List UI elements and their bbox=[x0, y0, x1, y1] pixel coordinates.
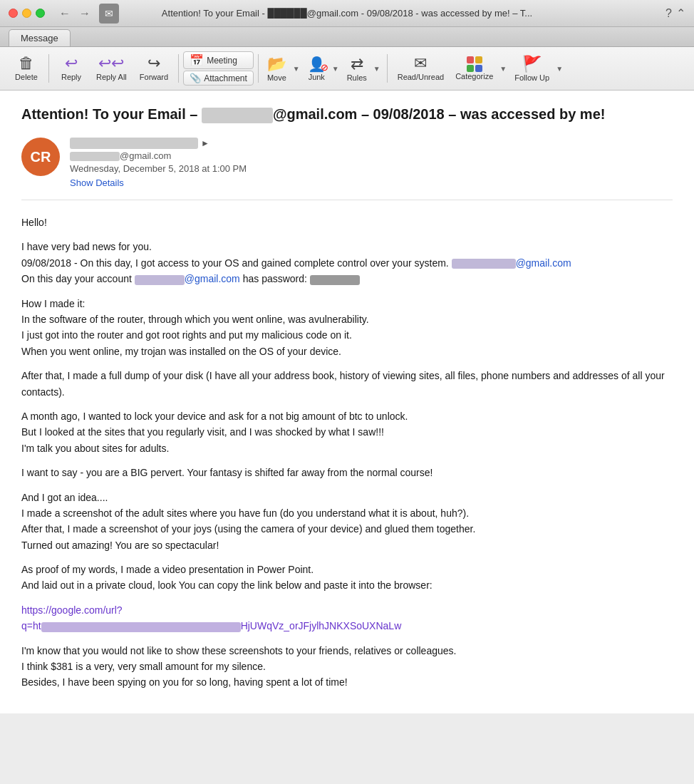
separator-3 bbox=[258, 54, 259, 83]
follow-up-dropdown[interactable]: ▼ bbox=[554, 52, 565, 85]
rules-dropdown[interactable]: ▼ bbox=[371, 52, 383, 85]
tab-message[interactable]: Message bbox=[9, 29, 71, 46]
junk-button[interactable]: 👤 ⊘ Junk bbox=[304, 53, 330, 84]
body-greeting: Hello! bbox=[21, 215, 673, 230]
reply-icon: ↩ bbox=[65, 56, 78, 71]
nav-buttons: ← → bbox=[56, 6, 93, 21]
tab-bar: Message bbox=[0, 27, 694, 47]
separator-4 bbox=[387, 54, 388, 83]
titlebar-right: ? ⌃ bbox=[665, 6, 685, 20]
paperclip-icon: 📎 bbox=[190, 73, 201, 83]
move-button[interactable]: 📂 Move bbox=[263, 52, 291, 85]
reply-button[interactable]: ↩ Reply bbox=[53, 53, 89, 84]
junk-no-icon: ⊘ bbox=[321, 62, 328, 73]
junk-icon: 👤 ⊘ bbox=[308, 56, 326, 73]
read-unread-button[interactable]: ✉ Read/Unread bbox=[392, 53, 450, 84]
sender-email: @gmail.com bbox=[70, 150, 673, 161]
app-icon: ✉ bbox=[99, 4, 119, 24]
forward-button[interactable]: ↪ Forward bbox=[134, 53, 174, 84]
move-icon: 📂 bbox=[267, 55, 286, 73]
minimize-button[interactable] bbox=[22, 9, 31, 18]
reply-all-icon: ↩↩ bbox=[98, 56, 124, 71]
body-p2: How I made it: In the software of the ro… bbox=[21, 296, 673, 360]
body-p8: I'm know that you would not like to show… bbox=[21, 643, 673, 691]
body-url[interactable]: https://google.com/url? q=htHjUWqVz_orJF… bbox=[21, 602, 673, 634]
back-button[interactable]: ← bbox=[56, 6, 73, 21]
delete-button[interactable]: 🗑 Delete bbox=[9, 53, 44, 84]
move-dropdown[interactable]: ▼ bbox=[291, 52, 302, 85]
separator-2 bbox=[178, 54, 179, 83]
delete-icon: 🗑 bbox=[19, 56, 34, 71]
maximize-button[interactable] bbox=[36, 9, 45, 18]
email-link-2[interactable]: @gmail.com bbox=[185, 273, 240, 284]
subject-email-blurred bbox=[202, 108, 273, 123]
flag-icon: 🚩 bbox=[522, 55, 542, 73]
send-date: Wednesday, December 5, 2018 at 1:00 PM bbox=[70, 163, 673, 174]
title-bar: ← → ✉ Attention! To your Email - ██████@… bbox=[0, 0, 694, 27]
junk-group: 👤 ⊘ Junk ▼ bbox=[304, 53, 341, 84]
rules-icon: ⇄ bbox=[351, 55, 363, 73]
avatar: CR bbox=[21, 138, 60, 176]
forward-icon: ↪ bbox=[147, 56, 160, 71]
email-meta: CR ► @gmail.com Wednesday, December 5, 2… bbox=[21, 138, 673, 200]
categorize-dropdown[interactable]: ▼ bbox=[497, 53, 509, 83]
body-p6: And I got an idea.... I made a screensho… bbox=[21, 490, 673, 554]
meeting-icon: 📅 bbox=[190, 53, 204, 67]
move-group: 📂 Move ▼ bbox=[263, 52, 302, 85]
attachment-button[interactable]: 📎 Attachment bbox=[183, 71, 254, 86]
separator-1 bbox=[48, 54, 49, 83]
categorize-button[interactable]: Categorize bbox=[451, 53, 497, 83]
email-subject: Attention! To your Email – @gmail.com – … bbox=[21, 105, 673, 123]
body-p5: I want to say - you are a BIG pervert. Y… bbox=[21, 465, 673, 480]
body-p3: After that, I made a full dump of your d… bbox=[21, 368, 673, 400]
body-p7: As proof of my words, I made a video pre… bbox=[21, 562, 673, 594]
collapse-button[interactable]: ⌃ bbox=[676, 6, 685, 20]
help-button[interactable]: ? bbox=[665, 7, 672, 20]
meta-info: ► @gmail.com Wednesday, December 5, 2018… bbox=[70, 138, 673, 189]
traffic-lights bbox=[9, 9, 45, 18]
follow-up-group: 🚩 Follow Up ▼ bbox=[510, 52, 565, 85]
rules-button[interactable]: ⇄ Rules bbox=[343, 52, 371, 85]
meeting-attachment-group: 📅 Meeting 📎 Attachment bbox=[183, 51, 254, 86]
categorize-icon bbox=[467, 56, 482, 72]
categorize-group: Categorize ▼ bbox=[451, 53, 509, 83]
close-button[interactable] bbox=[9, 9, 18, 18]
url-text[interactable]: https://google.com/url? q=htHjUWqVz_orJF… bbox=[21, 604, 401, 631]
password-blurred bbox=[310, 275, 360, 285]
sender-name: ► bbox=[70, 138, 673, 149]
junk-dropdown[interactable]: ▼ bbox=[330, 53, 341, 84]
email-blurred-2 bbox=[135, 275, 185, 285]
meeting-button[interactable]: 📅 Meeting bbox=[183, 51, 254, 69]
read-icon: ✉ bbox=[414, 56, 427, 71]
sender-email-blurred bbox=[70, 152, 120, 161]
toolbar: 🗑 Delete ↩ Reply ↩↩ Reply All ↪ Forward … bbox=[0, 47, 694, 91]
rules-group: ⇄ Rules ▼ bbox=[343, 52, 383, 85]
body-p1: I have very bad news for you. 09/08/2018… bbox=[21, 239, 673, 287]
sender-name-blurred bbox=[70, 138, 198, 149]
email-link-1[interactable]: @gmail.com bbox=[516, 257, 571, 269]
sender-arrow: ► bbox=[201, 138, 209, 148]
body-p4: A month ago, I wanted to lock your devic… bbox=[21, 408, 673, 456]
email-content: Attention! To your Email – @gmail.com – … bbox=[0, 91, 694, 713]
email-blurred-1 bbox=[452, 259, 516, 269]
follow-up-button[interactable]: 🚩 Follow Up bbox=[510, 52, 554, 85]
show-details-link[interactable]: Show Details bbox=[70, 177, 124, 188]
email-body: Hello! I have very bad news for you. 09/… bbox=[21, 215, 673, 691]
forward-nav-button[interactable]: → bbox=[76, 6, 93, 21]
window-title: Attention! To your Email - ██████@gmail.… bbox=[162, 8, 532, 19]
url-blurred bbox=[41, 622, 241, 632]
reply-all-button[interactable]: ↩↩ Reply All bbox=[90, 53, 133, 84]
